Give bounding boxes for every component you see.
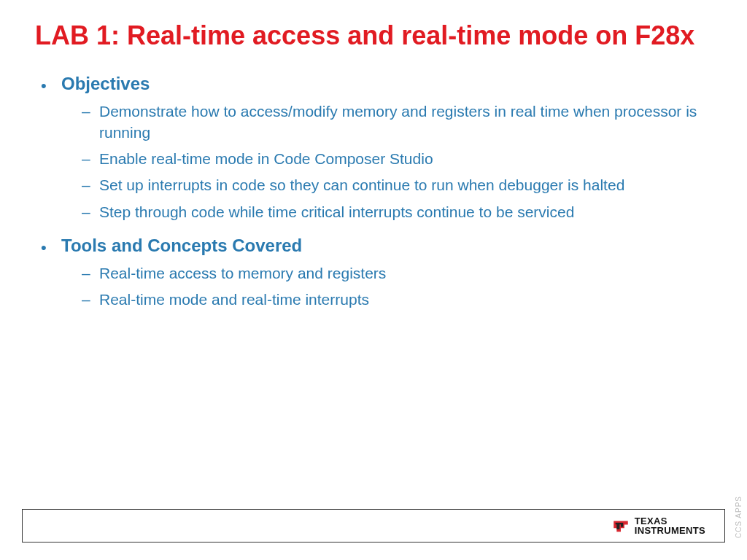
list-item: – Step through code while time critical … [82,202,712,222]
section-header: • Tools and Concepts Covered [41,236,712,256]
svg-rect-2 [615,523,620,524]
list-item: – Real-time access to memory and registe… [82,263,712,284]
slide-content: • Objectives – Demonstrate how to access… [35,74,712,310]
dash-icon: – [82,103,99,120]
item-text: Demonstrate how to access/modify memory … [99,101,712,143]
bullet-icon: • [41,78,61,94]
side-label: CCS APPS [735,496,743,538]
section-heading: Objectives [61,74,150,94]
ti-logo: TEXAS INSTRUMENTS [611,516,705,535]
ti-chip-icon [611,516,630,535]
item-text: Real-time access to memory and registers [99,263,386,284]
section-objectives: • Objectives – Demonstrate how to access… [41,74,712,222]
dash-icon: – [82,265,99,282]
section-tools: • Tools and Concepts Covered – Real-time… [41,236,712,311]
list-item: – Set up interrupts in code so they can … [82,175,712,195]
section-header: • Objectives [41,74,712,94]
list-item: – Real-time mode and real-time interrupt… [82,289,712,310]
footer-bar: TEXAS INSTRUMENTS [22,509,725,542]
list-item: – Demonstrate how to access/modify memor… [82,101,712,143]
item-text: Step through code while time critical in… [99,202,574,222]
slide-title: LAB 1: Real-time access and real-time mo… [35,20,712,50]
sub-list: – Demonstrate how to access/modify memor… [41,101,712,222]
dash-icon: – [82,150,99,168]
list-item: – Enable real-time mode in Code Composer… [82,149,712,169]
section-heading: Tools and Concepts Covered [61,236,302,256]
item-text: Set up interrupts in code so they can co… [99,175,624,195]
svg-rect-1 [621,523,623,527]
item-text: Enable real-time mode in Code Composer S… [99,149,433,169]
dash-icon: – [82,176,99,194]
sub-list: – Real-time access to memory and registe… [41,263,712,311]
bullet-icon: • [41,240,61,256]
dash-icon: – [82,291,99,308]
dash-icon: – [82,203,99,221]
slide: LAB 1: Real-time access and real-time mo… [0,0,747,560]
ti-text: TEXAS INSTRUMENTS [635,516,705,535]
brand-line2: INSTRUMENTS [635,526,705,535]
item-text: Real-time mode and real-time interrupts [99,289,369,310]
